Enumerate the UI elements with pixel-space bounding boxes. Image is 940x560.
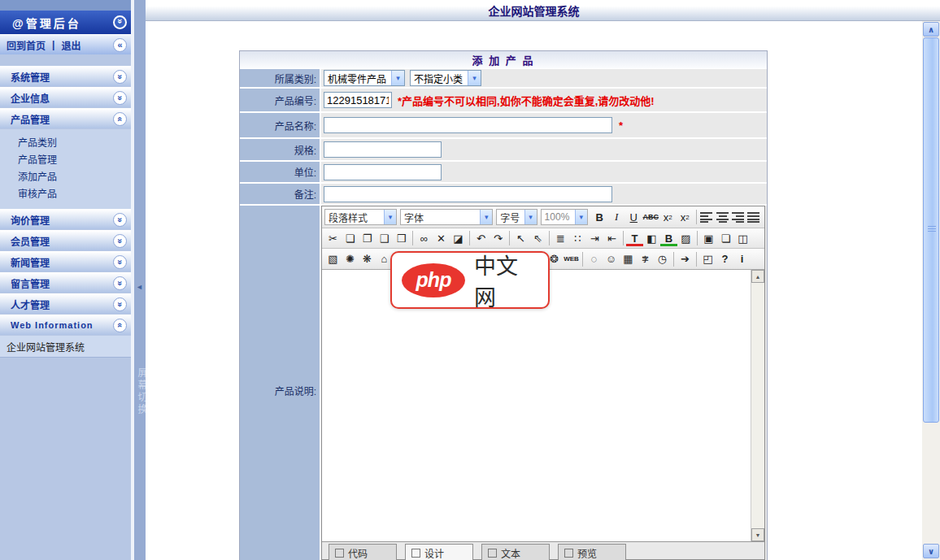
emoticon-button[interactable]: ☺ bbox=[603, 251, 620, 267]
font-family-select[interactable]: 字体▾ bbox=[400, 209, 493, 225]
separator-button[interactable] bbox=[549, 231, 550, 245]
sidebar-group-hr[interactable]: 人才管理 » bbox=[0, 293, 131, 314]
select-all-button[interactable]: ⇖ bbox=[529, 230, 546, 246]
product-code-input[interactable] bbox=[324, 92, 392, 108]
align-right-button[interactable] bbox=[730, 209, 746, 225]
unordered-list-button[interactable]: ∷ bbox=[569, 230, 586, 246]
scroll-down-icon[interactable]: ∨ bbox=[923, 544, 939, 558]
sidebar-subitem-product-category[interactable]: 产品类别 bbox=[0, 133, 131, 150]
align-justify-button[interactable] bbox=[746, 209, 762, 225]
superscript-button[interactable]: x2 bbox=[659, 209, 677, 225]
chevron-icon[interactable]: » bbox=[113, 234, 127, 248]
about-button[interactable]: i bbox=[733, 251, 751, 267]
font-size-select[interactable]: 字号▾ bbox=[496, 209, 537, 225]
separator-button[interactable] bbox=[582, 252, 583, 267]
font-color-button[interactable]: T bbox=[626, 230, 643, 246]
separator-button[interactable] bbox=[696, 252, 697, 267]
underline-button[interactable]: U bbox=[625, 209, 642, 225]
zoom-select[interactable]: 100%▾ bbox=[541, 209, 588, 225]
separator-button[interactable] bbox=[697, 231, 698, 245]
indent-button[interactable]: ⇥ bbox=[586, 230, 603, 246]
pointer-button[interactable]: ↖ bbox=[512, 230, 529, 246]
outline-box-button[interactable]: ▣ bbox=[700, 230, 717, 246]
scroll-up-icon[interactable]: ∧ bbox=[923, 22, 939, 37]
product-name-input[interactable] bbox=[324, 117, 612, 133]
tab-design[interactable]: 设计 bbox=[405, 544, 473, 560]
screen-toggle-strip[interactable]: ◄ 屏幕切换 bbox=[134, 0, 146, 560]
separator-button[interactable] bbox=[623, 231, 624, 245]
spec-input[interactable] bbox=[324, 141, 442, 158]
editor-scroll-track[interactable] bbox=[751, 283, 764, 528]
fill-color-button[interactable]: ◧ bbox=[643, 230, 660, 246]
maximize-button[interactable]: ◰ bbox=[699, 251, 716, 267]
sidebar-group-inquiry[interactable]: 询价管理 » bbox=[0, 209, 131, 229]
find-button[interactable]: ∞ bbox=[416, 230, 433, 246]
tab-preview[interactable]: 预览 bbox=[558, 544, 626, 560]
tab-code[interactable]: 代码 bbox=[329, 544, 397, 560]
chevron-icon[interactable]: » bbox=[113, 213, 127, 227]
web-link-button[interactable]: WEB bbox=[563, 251, 580, 267]
sidebar-subitem-product-manage[interactable]: 产品管理 bbox=[0, 150, 131, 167]
bold-button[interactable]: B bbox=[591, 209, 608, 225]
separator-button[interactable] bbox=[469, 231, 470, 245]
logout-link[interactable]: 退出 bbox=[61, 38, 81, 52]
chevron-icon[interactable]: « bbox=[113, 112, 127, 126]
strikethrough-button[interactable]: ABC bbox=[642, 209, 659, 225]
separator-button[interactable] bbox=[509, 231, 510, 245]
copy-button[interactable]: ❏ bbox=[342, 230, 359, 246]
scrollbar-thumb[interactable] bbox=[923, 37, 939, 423]
paste-text-button[interactable]: ❑ bbox=[376, 230, 393, 246]
sidebar-subitem-product-audit[interactable]: 审核产品 bbox=[0, 184, 131, 202]
sidebar-subitem-product-add[interactable]: 添加产品 bbox=[0, 167, 131, 184]
sidebar-group-product[interactable]: 产品管理 « bbox=[0, 108, 131, 128]
export-doc-button[interactable]: ➔ bbox=[677, 251, 694, 267]
sidebar-group-system[interactable]: 系统管理 » bbox=[0, 66, 131, 86]
unit-input[interactable] bbox=[324, 164, 442, 180]
undo-button[interactable]: ↶ bbox=[472, 230, 490, 246]
back-color-button[interactable]: B bbox=[660, 230, 677, 246]
sidebar-item-site-system[interactable]: 企业网站管理系统 bbox=[0, 336, 131, 358]
paste-button[interactable]: ❐ bbox=[359, 230, 376, 246]
send-back-button[interactable]: ◫ bbox=[734, 230, 751, 246]
ordered-list-button[interactable]: ≣ bbox=[552, 230, 569, 246]
chevron-icon[interactable]: « bbox=[113, 319, 127, 332]
help-button[interactable]: ? bbox=[716, 251, 733, 267]
insert-time-button[interactable]: ◷ bbox=[654, 251, 671, 267]
scroll-up-icon[interactable]: ▲ bbox=[751, 270, 764, 283]
paragraph-style-select[interactable]: 段落样式▾ bbox=[324, 209, 397, 225]
chevron-icon[interactable]: » bbox=[113, 255, 127, 269]
bring-front-button[interactable]: ❏ bbox=[717, 230, 734, 246]
back-home-link[interactable]: 回到首页 bbox=[7, 38, 46, 52]
italic-button[interactable]: I bbox=[608, 209, 625, 225]
align-center-button[interactable] bbox=[715, 209, 730, 225]
separator-button[interactable] bbox=[673, 252, 674, 267]
insert-table-button[interactable]: ▦ bbox=[620, 251, 637, 267]
eraser-button[interactable]: ◪ bbox=[450, 230, 467, 246]
marquee-button[interactable]: ◌ bbox=[585, 251, 603, 267]
separator-button[interactable] bbox=[412, 231, 413, 245]
collapse-left-icon[interactable]: « bbox=[113, 38, 127, 52]
tab-text[interactable]: 文本 bbox=[481, 544, 550, 560]
chevron-icon[interactable]: » bbox=[113, 297, 127, 311]
collapse-arrow-icon[interactable]: ◄ bbox=[136, 283, 143, 291]
align-left-button[interactable] bbox=[699, 209, 715, 225]
note-input[interactable] bbox=[324, 186, 612, 202]
sidebar-group-company-info[interactable]: 企业信息 » bbox=[0, 87, 131, 107]
editor-scrollbar[interactable]: ▲ ▼ bbox=[751, 270, 764, 541]
insert-image-button[interactable]: ▧ bbox=[324, 251, 342, 267]
insert-flash-button[interactable]: ✺ bbox=[342, 251, 359, 267]
chevron-icon[interactable]: » bbox=[113, 70, 127, 84]
insert-media-button[interactable]: ❋ bbox=[359, 251, 376, 267]
special-char-button[interactable]: 字 bbox=[637, 251, 654, 267]
category-select[interactable]: 机械零件产品 ▾ bbox=[324, 70, 405, 86]
subcategory-select[interactable]: 不指定小类 ▾ bbox=[410, 70, 481, 86]
chevron-icon[interactable]: » bbox=[113, 91, 127, 105]
sidebar-group-webinfo[interactable]: Web Information « bbox=[0, 315, 131, 335]
chevron-icon[interactable]: » bbox=[113, 276, 127, 290]
redo-button[interactable]: ↷ bbox=[490, 230, 507, 246]
collapse-panel-icon[interactable]: » bbox=[113, 15, 127, 29]
outdent-button[interactable]: ⇤ bbox=[603, 230, 620, 246]
browser-scrollbar[interactable]: ∧ ∨ bbox=[922, 0, 940, 560]
cut-button[interactable]: ✂ bbox=[324, 230, 342, 246]
paste-word-button[interactable]: ❒ bbox=[393, 230, 410, 246]
